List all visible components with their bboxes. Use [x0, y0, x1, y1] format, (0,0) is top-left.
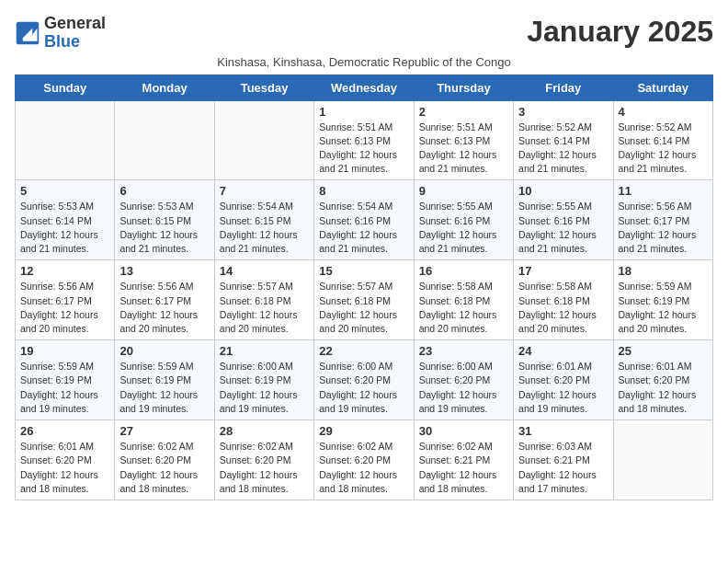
day-info: Sunrise: 5:51 AMSunset: 6:13 PMDaylight:… — [419, 121, 508, 177]
calendar-cell: 24Sunrise: 6:01 AMSunset: 6:20 PMDayligh… — [514, 340, 613, 420]
day-number: 29 — [319, 424, 408, 438]
day-info: Sunrise: 6:01 AMSunset: 6:20 PMDaylight:… — [518, 360, 608, 416]
day-info: Sunrise: 5:53 AMSunset: 6:15 PMDaylight:… — [119, 200, 209, 256]
day-number: 5 — [20, 184, 109, 198]
calendar-cell: 14Sunrise: 5:57 AMSunset: 6:18 PMDayligh… — [214, 260, 313, 340]
day-number: 26 — [20, 424, 109, 438]
calendar-cell: 23Sunrise: 6:00 AMSunset: 6:20 PMDayligh… — [414, 340, 513, 420]
day-number: 25 — [619, 344, 708, 358]
day-number: 23 — [419, 344, 508, 358]
day-info: Sunrise: 6:00 AMSunset: 6:19 PMDaylight:… — [220, 360, 309, 416]
day-number: 1 — [319, 105, 408, 119]
calendar-cell: 22Sunrise: 6:00 AMSunset: 6:20 PMDayligh… — [314, 340, 414, 420]
month-title: January 2025 — [527, 15, 713, 49]
day-info: Sunrise: 5:59 AMSunset: 6:19 PMDaylight:… — [20, 360, 109, 416]
day-number: 31 — [518, 424, 608, 438]
logo: General Blue — [15, 15, 106, 52]
day-info: Sunrise: 5:58 AMSunset: 6:18 PMDaylight:… — [419, 280, 508, 336]
day-number: 17 — [518, 264, 608, 278]
calendar-cell: 13Sunrise: 5:56 AMSunset: 6:17 PMDayligh… — [115, 260, 214, 340]
calendar-cell: 15Sunrise: 5:57 AMSunset: 6:18 PMDayligh… — [314, 260, 414, 340]
calendar-cell: 9Sunrise: 5:55 AMSunset: 6:16 PMDaylight… — [414, 180, 513, 260]
calendar-cell: 7Sunrise: 5:54 AMSunset: 6:15 PMDaylight… — [214, 180, 313, 260]
day-info: Sunrise: 6:02 AMSunset: 6:21 PMDaylight:… — [419, 440, 508, 496]
day-number: 27 — [119, 424, 209, 438]
weekday-saturday: Saturday — [613, 75, 712, 100]
day-info: Sunrise: 5:56 AMSunset: 6:17 PMDaylight:… — [619, 200, 708, 256]
day-number: 8 — [319, 184, 408, 198]
day-number: 16 — [419, 264, 508, 278]
week-row-4: 26Sunrise: 6:01 AMSunset: 6:20 PMDayligh… — [16, 420, 713, 500]
day-number: 15 — [319, 264, 408, 278]
day-info: Sunrise: 5:58 AMSunset: 6:18 PMDaylight:… — [518, 280, 608, 336]
day-info: Sunrise: 5:57 AMSunset: 6:18 PMDaylight:… — [220, 280, 309, 336]
subtitle: Kinshasa, Kinshasa, Democratic Republic … — [15, 55, 713, 69]
day-info: Sunrise: 5:59 AMSunset: 6:19 PMDaylight:… — [619, 280, 708, 336]
day-number: 24 — [518, 344, 608, 358]
weekday-wednesday: Wednesday — [314, 75, 414, 100]
calendar-cell: 12Sunrise: 5:56 AMSunset: 6:17 PMDayligh… — [16, 260, 115, 340]
calendar-cell: 31Sunrise: 6:03 AMSunset: 6:21 PMDayligh… — [514, 420, 613, 500]
calendar-cell: 25Sunrise: 6:01 AMSunset: 6:20 PMDayligh… — [613, 340, 712, 420]
day-number: 4 — [619, 105, 708, 119]
day-number: 7 — [220, 184, 309, 198]
day-info: Sunrise: 6:00 AMSunset: 6:20 PMDaylight:… — [419, 360, 508, 416]
calendar-table: SundayMondayTuesdayWednesdayThursdayFrid… — [15, 75, 713, 500]
calendar-cell: 29Sunrise: 6:02 AMSunset: 6:20 PMDayligh… — [314, 420, 414, 500]
day-info: Sunrise: 6:01 AMSunset: 6:20 PMDaylight:… — [20, 440, 109, 496]
calendar-cell: 19Sunrise: 5:59 AMSunset: 6:19 PMDayligh… — [16, 340, 115, 420]
weekday-header-row: SundayMondayTuesdayWednesdayThursdayFrid… — [16, 75, 713, 100]
weekday-monday: Monday — [115, 75, 214, 100]
day-info: Sunrise: 5:59 AMSunset: 6:19 PMDaylight:… — [119, 360, 209, 416]
day-info: Sunrise: 5:54 AMSunset: 6:15 PMDaylight:… — [220, 200, 309, 256]
day-number: 21 — [220, 344, 309, 358]
day-info: Sunrise: 5:53 AMSunset: 6:14 PMDaylight:… — [20, 200, 109, 256]
calendar-cell: 11Sunrise: 5:56 AMSunset: 6:17 PMDayligh… — [613, 180, 712, 260]
calendar-cell: 20Sunrise: 5:59 AMSunset: 6:19 PMDayligh… — [115, 340, 214, 420]
logo-text: General Blue — [44, 15, 106, 52]
day-info: Sunrise: 5:56 AMSunset: 6:17 PMDaylight:… — [20, 280, 109, 336]
day-number: 18 — [619, 264, 708, 278]
day-info: Sunrise: 6:02 AMSunset: 6:20 PMDaylight:… — [319, 440, 408, 496]
day-info: Sunrise: 5:54 AMSunset: 6:16 PMDaylight:… — [319, 200, 408, 256]
calendar-cell: 4Sunrise: 5:52 AMSunset: 6:14 PMDaylight… — [613, 100, 712, 180]
weekday-tuesday: Tuesday — [214, 75, 313, 100]
day-number: 30 — [419, 424, 508, 438]
weekday-sunday: Sunday — [16, 75, 115, 100]
day-info: Sunrise: 5:52 AMSunset: 6:14 PMDaylight:… — [619, 121, 708, 177]
day-number: 2 — [419, 105, 508, 119]
day-number: 19 — [20, 344, 109, 358]
day-number: 20 — [119, 344, 209, 358]
calendar-cell — [613, 420, 712, 500]
day-info: Sunrise: 6:00 AMSunset: 6:20 PMDaylight:… — [319, 360, 408, 416]
day-number: 22 — [319, 344, 408, 358]
week-row-2: 12Sunrise: 5:56 AMSunset: 6:17 PMDayligh… — [16, 260, 713, 340]
calendar-cell: 27Sunrise: 6:02 AMSunset: 6:20 PMDayligh… — [115, 420, 214, 500]
day-number: 13 — [119, 264, 209, 278]
weekday-thursday: Thursday — [414, 75, 513, 100]
day-number: 11 — [619, 184, 708, 198]
calendar-cell: 8Sunrise: 5:54 AMSunset: 6:16 PMDaylight… — [314, 180, 414, 260]
day-number: 28 — [220, 424, 309, 438]
week-row-0: 1Sunrise: 5:51 AMSunset: 6:13 PMDaylight… — [16, 100, 713, 180]
weekday-friday: Friday — [514, 75, 613, 100]
day-number: 12 — [20, 264, 109, 278]
day-info: Sunrise: 6:03 AMSunset: 6:21 PMDaylight:… — [518, 440, 608, 496]
calendar-cell: 21Sunrise: 6:00 AMSunset: 6:19 PMDayligh… — [214, 340, 313, 420]
page-header: General Blue January 2025 — [15, 15, 713, 52]
day-number: 6 — [119, 184, 209, 198]
calendar-cell — [16, 100, 115, 180]
week-row-1: 5Sunrise: 5:53 AMSunset: 6:14 PMDaylight… — [16, 180, 713, 260]
day-info: Sunrise: 5:52 AMSunset: 6:14 PMDaylight:… — [518, 121, 608, 177]
calendar-cell: 10Sunrise: 5:55 AMSunset: 6:16 PMDayligh… — [514, 180, 613, 260]
calendar-cell — [115, 100, 214, 180]
calendar-cell: 3Sunrise: 5:52 AMSunset: 6:14 PMDaylight… — [514, 100, 613, 180]
title-block: January 2025 — [527, 15, 713, 49]
day-info: Sunrise: 5:55 AMSunset: 6:16 PMDaylight:… — [518, 200, 608, 256]
calendar-body: 1Sunrise: 5:51 AMSunset: 6:13 PMDaylight… — [16, 100, 713, 500]
calendar-cell: 28Sunrise: 6:02 AMSunset: 6:20 PMDayligh… — [214, 420, 313, 500]
calendar-cell: 17Sunrise: 5:58 AMSunset: 6:18 PMDayligh… — [514, 260, 613, 340]
day-number: 10 — [518, 184, 608, 198]
calendar-cell: 26Sunrise: 6:01 AMSunset: 6:20 PMDayligh… — [16, 420, 115, 500]
logo-icon — [15, 20, 40, 46]
